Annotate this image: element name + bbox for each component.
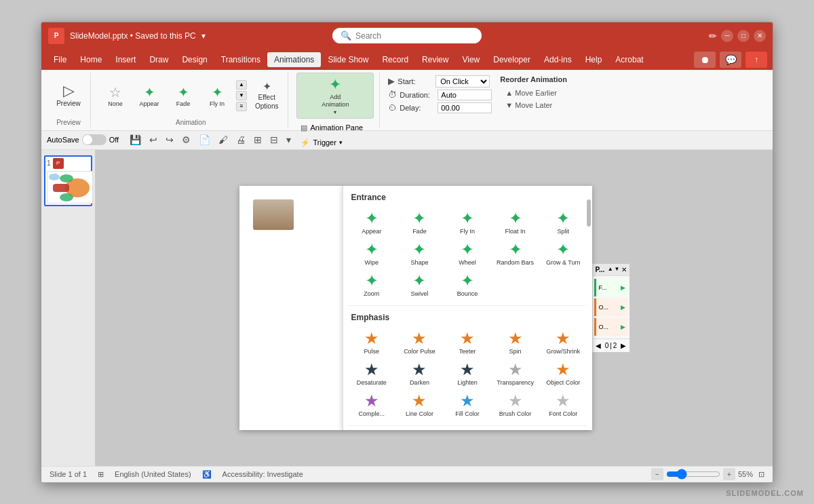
anim-floatin[interactable]: ✦ Float In	[492, 208, 539, 237]
move-earlier-button[interactable]: ▲ Move Earlier	[500, 88, 567, 98]
anim-objectcolor[interactable]: ★ Object Color	[540, 359, 587, 389]
anim-item-o[interactable]: O... ▶	[594, 298, 628, 316]
anim-flyin[interactable]: ✦ Fly In	[201, 82, 233, 109]
menu-transitions[interactable]: Transitions	[214, 52, 267, 67]
layout-button[interactable]: ⊟	[267, 133, 281, 147]
toolbar-more[interactable]: ⚙	[179, 133, 193, 147]
minimize-button[interactable]: ─	[721, 30, 733, 42]
anim-appear[interactable]: ✦ Appear	[133, 82, 166, 109]
scrollbar-thumb[interactable]	[587, 199, 591, 227]
divider-2	[349, 425, 587, 426]
pulse-icon: ★	[364, 330, 379, 347]
add-animation-button[interactable]: ✦ AddAnimation ▾	[296, 73, 374, 119]
dropdown-arrow-icon[interactable]: ▾	[201, 31, 206, 41]
anim-transparency[interactable]: ★ Transparency	[492, 359, 539, 389]
menu-insert[interactable]: Insert	[109, 52, 142, 67]
zoom-out-button[interactable]: −	[651, 468, 663, 480]
anim-teeter[interactable]: ★ Teeter	[444, 328, 491, 357]
save-button[interactable]: 💾	[127, 133, 144, 147]
scroll-down[interactable]: ▼	[236, 91, 247, 100]
slide-thumb-1[interactable]: 1 P	[44, 155, 92, 206]
duration-input[interactable]	[438, 90, 492, 100]
anim-fillcolor[interactable]: ★ Fill Color	[444, 390, 491, 420]
autosave-switch[interactable]	[82, 134, 106, 145]
anim-complement[interactable]: ★ Comple...	[349, 390, 395, 420]
anim-item-f[interactable]: F... ▶	[594, 279, 628, 296]
anim-brushcolor[interactable]: ★ Brush Color	[492, 390, 539, 420]
anim-wipe[interactable]: ✦ Wipe	[349, 239, 395, 269]
search-input[interactable]	[355, 31, 464, 41]
anim-linecolor[interactable]: ★ Line Color	[396, 390, 443, 420]
anim-pulse[interactable]: ★ Pulse	[349, 328, 395, 357]
animation-pane-button[interactable]: ▤ Animation Pane	[296, 121, 374, 134]
menu-draw[interactable]: Draw	[142, 52, 175, 67]
anim-zoom[interactable]: ✦ Zoom	[349, 270, 395, 300]
undo-button[interactable]: ↩	[147, 133, 160, 147]
record-button[interactable]: ⏺	[694, 52, 716, 68]
anim-fontcolor[interactable]: ★ Font Color	[540, 390, 587, 420]
move-later-button[interactable]: ▼ Move Later	[500, 100, 567, 111]
anim-growshrink[interactable]: ★ Grow/Shrink	[540, 328, 587, 357]
print-button[interactable]: 🖨	[233, 133, 248, 147]
menu-slideshow[interactable]: Slide Show	[321, 52, 375, 67]
anim-growturn[interactable]: ✦ Grow & Turn	[540, 239, 587, 269]
anim-colorpulse[interactable]: ★ Color Pulse	[396, 328, 443, 357]
menu-design[interactable]: Design	[175, 52, 214, 67]
menu-addins[interactable]: Add-ins	[537, 52, 579, 67]
anim-shape[interactable]: ✦ Shape	[396, 239, 443, 269]
more-entrance-link[interactable]: ✦ More Entrance Effects...	[343, 429, 592, 430]
trigger-button[interactable]: ⚡ Trigger ▾	[296, 136, 374, 149]
delay-input[interactable]	[438, 102, 492, 113]
anim-wheel[interactable]: ✦ Wheel	[444, 239, 491, 269]
title-bar-left: P SlideModel.pptx • Saved to this PC ▾	[48, 28, 288, 44]
linecolor-icon: ★	[412, 393, 427, 409]
close-button[interactable]: ✕	[754, 30, 766, 42]
anim-lighten[interactable]: ★ Lighten	[444, 359, 491, 389]
anim-fade[interactable]: ✦ Fade	[396, 208, 443, 237]
maximize-button[interactable]: □	[737, 30, 750, 42]
menu-view[interactable]: View	[455, 52, 486, 67]
table-button[interactable]: ⊞	[251, 133, 265, 147]
new-slide-button[interactable]: 📄	[196, 133, 213, 147]
anim-pane-up[interactable]: ▲	[608, 266, 613, 273]
zoom-slider[interactable]	[666, 469, 720, 480]
anim-randombars[interactable]: ✦ Random Bars	[492, 239, 539, 269]
menu-home[interactable]: Home	[73, 52, 109, 67]
dropdown-scroll[interactable]: Entrance ✦ Appear ✦ Fade	[343, 186, 592, 430]
anim-pane-prev[interactable]: ◀	[596, 342, 601, 349]
anim-flyin[interactable]: ✦ Fly In	[444, 208, 491, 237]
anim-fade[interactable]: ✦ Fade	[167, 82, 199, 109]
more-sub-btn[interactable]: ▾	[284, 133, 294, 147]
anim-pane-next[interactable]: ▶	[621, 342, 626, 349]
redo-button[interactable]: ↪	[163, 133, 176, 147]
share-button[interactable]: ↑	[745, 52, 767, 68]
anim-split[interactable]: ✦ Split	[540, 208, 587, 237]
format-painter[interactable]: 🖌	[216, 133, 231, 147]
menu-review[interactable]: Review	[415, 52, 455, 67]
menu-file[interactable]: File	[47, 52, 73, 67]
fit-icon[interactable]: ⊡	[758, 470, 764, 479]
menu-animations[interactable]: Animations	[267, 52, 321, 67]
anim-swivel[interactable]: ✦ Swivel	[396, 270, 443, 300]
menu-help[interactable]: Help	[579, 52, 609, 67]
start-select[interactable]: On Click With Previous After Previous	[435, 75, 490, 88]
scroll-more[interactable]: ≡	[236, 102, 247, 111]
anim-darken[interactable]: ★ Darken	[396, 359, 443, 389]
menu-acrobat[interactable]: Acrobat	[608, 52, 650, 67]
anim-none[interactable]: ☆ None	[99, 82, 132, 109]
anim-appear[interactable]: ✦ Appear	[349, 208, 395, 237]
menu-developer[interactable]: Developer	[486, 52, 537, 67]
desaturate-icon: ★	[364, 362, 379, 378]
preview-button[interactable]: ▷ Preview	[52, 81, 85, 110]
comment-button[interactable]: 💬	[720, 52, 741, 68]
effect-options-button[interactable]: ✦ Effect Options	[251, 79, 282, 113]
anim-spin[interactable]: ★ Spin	[492, 328, 539, 357]
anim-pane-close[interactable]: ✕	[621, 266, 627, 273]
anim-item-o2[interactable]: O... ▶	[594, 318, 628, 336]
anim-pane-down[interactable]: ▼	[615, 266, 620, 273]
zoom-in-button[interactable]: +	[723, 468, 735, 480]
anim-desaturate[interactable]: ★ Desaturate	[349, 359, 395, 389]
scroll-up[interactable]: ▲	[236, 80, 247, 90]
anim-bounce[interactable]: ✦ Bounce	[444, 270, 491, 300]
menu-record[interactable]: Record	[375, 52, 415, 67]
